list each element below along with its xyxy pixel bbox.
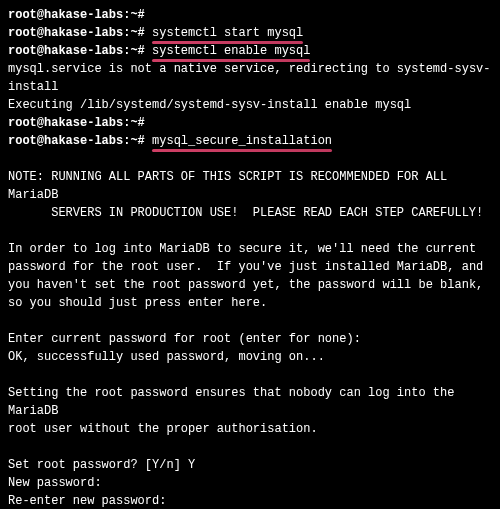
output-line: you haven't set the root password yet, t… — [8, 276, 492, 294]
shell-prompt: root@hakase-labs:~# — [8, 26, 145, 40]
prompt-line: root@hakase-labs:~# — [8, 6, 492, 24]
set-password-prompt: Set root password? [Y/n] Y — [8, 456, 492, 474]
blank-line — [8, 150, 492, 168]
output-line: password for the root user. If you've ju… — [8, 258, 492, 276]
command-line: root@hakase-labs:~# systemctl start mysq… — [8, 24, 492, 42]
note-body: SERVERS IN PRODUCTION USE! PLEASE READ E… — [8, 204, 492, 222]
blank-line — [8, 222, 492, 240]
blank-line — [8, 312, 492, 330]
blank-line — [8, 366, 492, 384]
output-line: root user without the proper authorisati… — [8, 420, 492, 438]
command-text: systemctl start mysql — [152, 24, 303, 42]
blank-line — [8, 438, 492, 456]
shell-prompt: root@hakase-labs:~# — [8, 116, 145, 130]
command-text: mysql_secure_installation — [152, 132, 332, 150]
prompt-line: root@hakase-labs:~# — [8, 114, 492, 132]
output-line: Setting the root password ensures that n… — [8, 384, 492, 420]
output-line: so you should just press enter here. — [8, 294, 492, 312]
command-line: root@hakase-labs:~# systemctl enable mys… — [8, 42, 492, 60]
output-line: In order to log into MariaDB to secure i… — [8, 240, 492, 258]
new-password-prompt: New password: — [8, 474, 492, 492]
reenter-password-prompt: Re-enter new password: — [8, 492, 492, 509]
shell-prompt: root@hakase-labs:~# — [8, 8, 145, 22]
command-text: systemctl enable mysql — [152, 42, 310, 60]
output-line: mysql.service is not a native service, r… — [8, 60, 492, 96]
shell-prompt: root@hakase-labs:~# — [8, 44, 145, 58]
command-line: root@hakase-labs:~# mysql_secure_install… — [8, 132, 492, 150]
output-line: Executing /lib/systemd/systemd-sysv-inst… — [8, 96, 492, 114]
shell-prompt: root@hakase-labs:~# — [8, 134, 145, 148]
password-prompt: Enter current password for root (enter f… — [8, 330, 492, 348]
output-line: OK, successfully used password, moving o… — [8, 348, 492, 366]
terminal[interactable]: root@hakase-labs:~# root@hakase-labs:~# … — [0, 0, 500, 509]
note-heading: NOTE: RUNNING ALL PARTS OF THIS SCRIPT I… — [8, 168, 492, 204]
